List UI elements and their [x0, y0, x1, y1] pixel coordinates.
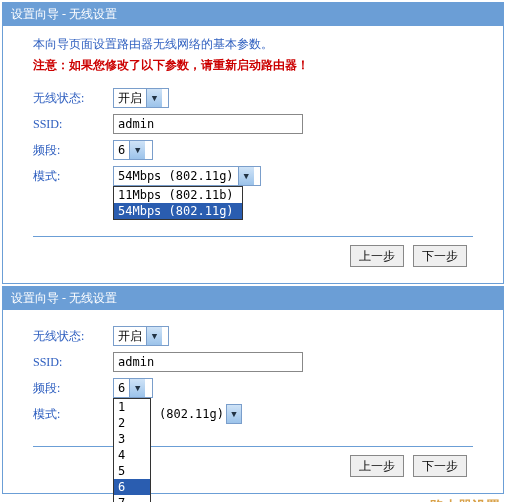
channel-option[interactable]: 2 [114, 415, 150, 431]
select-wireless-status[interactable]: 开启 ▼ [113, 88, 169, 108]
mode-option[interactable]: 11Mbps (802.11b) [114, 187, 242, 203]
prev-button[interactable]: 上一步 [350, 245, 404, 267]
label-mode: 模式: [33, 168, 113, 185]
chevron-down-icon: ▼ [238, 167, 254, 185]
wizard-panel-2: 设置向导 - 无线设置 无线状态: 开启 ▼ SSID: 频段: 6 ▼ 123… [2, 286, 504, 494]
channel-option[interactable]: 3 [114, 431, 150, 447]
channel-option[interactable]: 7 [114, 495, 150, 502]
chevron-down-icon: ▼ [129, 141, 145, 159]
channel-option[interactable]: 1 [114, 399, 150, 415]
panel-body: 本向导页面设置路由器无线网络的基本参数。 注意：如果您修改了以下参数，请重新启动… [3, 26, 503, 283]
channel-option[interactable]: 6 [114, 479, 150, 495]
label-ssid: SSID: [33, 117, 113, 132]
row-mode: 模式: 54Mbps (802.11g) ▼ 11Mbps (802.11b)5… [33, 166, 473, 186]
select-value: 6 [114, 381, 129, 395]
ssid-input[interactable] [113, 352, 303, 372]
watermark-line1: 路由器设置 [0, 498, 500, 502]
intro-text: 本向导页面设置路由器无线网络的基本参数。 [33, 36, 473, 53]
label-wireless-status: 无线状态: [33, 328, 113, 345]
button-bar: 上一步 下一步 [33, 455, 473, 477]
next-button[interactable]: 下一步 [413, 455, 467, 477]
button-bar: 上一步 下一步 [33, 245, 473, 267]
select-mode[interactable]: 54Mbps (802.11g) ▼ [113, 166, 261, 186]
panel-title: 设置向导 - 无线设置 [3, 3, 503, 26]
channel-option[interactable]: 4 [114, 447, 150, 463]
channel-option[interactable]: 5 [114, 463, 150, 479]
next-button[interactable]: 下一步 [413, 245, 467, 267]
channel-dropdown[interactable]: 12345678910111213 [113, 398, 151, 502]
warning-text: 注意：如果您修改了以下参数，请重新启动路由器！ [33, 57, 473, 74]
label-channel: 频段: [33, 142, 113, 159]
mode-option[interactable]: 54Mbps (802.11g) [114, 203, 242, 219]
mode-suffix: (802.11g) [159, 407, 224, 421]
label-ssid: SSID: [33, 355, 113, 370]
prev-button[interactable]: 上一步 [350, 455, 404, 477]
select-value: 54Mbps (802.11g) [114, 169, 238, 183]
label-mode: 模式: [33, 406, 113, 423]
watermark: 路由器设置 rijiwang.com [0, 496, 506, 502]
mode-dropdown[interactable]: 11Mbps (802.11b)54Mbps (802.11g) [113, 186, 243, 220]
chevron-down-icon: ▼ [146, 89, 162, 107]
label-wireless-status: 无线状态: [33, 90, 113, 107]
select-value: 6 [114, 143, 129, 157]
wizard-panel-1: 设置向导 - 无线设置 本向导页面设置路由器无线网络的基本参数。 注意：如果您修… [2, 2, 504, 284]
row-wireless-status: 无线状态: 开启 ▼ [33, 326, 473, 346]
select-value: 开启 [114, 90, 146, 107]
chevron-down-icon: ▼ [227, 405, 241, 423]
select-value: 开启 [114, 328, 146, 345]
row-mode: 模式: ▼ (802.11g) ▼ [33, 404, 473, 424]
row-channel: 频段: 6 ▼ 12345678910111213 [33, 378, 473, 398]
chevron-down-icon: ▼ [146, 327, 162, 345]
row-ssid: SSID: [33, 352, 473, 372]
select-channel[interactable]: 6 ▼ [113, 140, 153, 160]
divider [33, 236, 473, 237]
row-channel: 频段: 6 ▼ [33, 140, 473, 160]
divider [33, 446, 473, 447]
select-channel[interactable]: 6 ▼ [113, 378, 153, 398]
select-wireless-status[interactable]: 开启 ▼ [113, 326, 169, 346]
row-wireless-status: 无线状态: 开启 ▼ [33, 88, 473, 108]
ssid-input[interactable] [113, 114, 303, 134]
panel-title: 设置向导 - 无线设置 [3, 287, 503, 310]
panel-body: 无线状态: 开启 ▼ SSID: 频段: 6 ▼ 123456789101112… [3, 310, 503, 493]
row-ssid: SSID: [33, 114, 473, 134]
select-mode-partial[interactable]: ▼ [226, 404, 242, 424]
chevron-down-icon: ▼ [129, 379, 145, 397]
label-channel: 频段: [33, 380, 113, 397]
